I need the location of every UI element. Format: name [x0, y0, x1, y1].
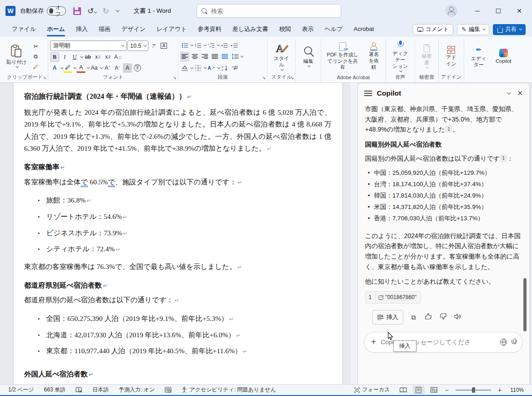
create-pdf-button[interactable]: PDF を作成し てリンクを共有	[323, 41, 362, 71]
editor-stats-icon[interactable]	[161, 387, 175, 393]
sensitivity-button[interactable]: 秘密 度	[419, 43, 435, 70]
styles-dialog-launcher[interactable]: ⇘	[290, 76, 294, 80]
word-logo-icon[interactable]: W	[5, 6, 15, 16]
bold-button[interactable]: B	[50, 52, 59, 62]
editing-mode-button[interactable]: ✎ 編集	[457, 24, 489, 35]
numbering-button[interactable]: 12	[193, 41, 203, 50]
copilot-button[interactable]: Copilot	[493, 48, 514, 66]
bullets-button[interactable]	[180, 41, 189, 50]
multilevel-list-button[interactable]: 1a	[207, 41, 216, 50]
copy-button[interactable]: ⧉	[31, 52, 41, 61]
decrease-indent-button[interactable]	[220, 41, 229, 50]
format-painter-button[interactable]: 🖉	[31, 62, 41, 71]
shading-button[interactable]	[180, 63, 189, 73]
shrink-font-button[interactable]: Aˇ	[113, 63, 122, 73]
voice-input-icon[interactable]	[512, 339, 516, 345]
line-spacing-button[interactable]	[230, 52, 239, 61]
zoom-out-button[interactable]: −	[444, 386, 450, 394]
tab-help[interactable]: ヘルプ	[319, 22, 348, 37]
menu-icon[interactable]	[364, 91, 372, 96]
tab-review[interactable]: 校閲	[274, 22, 296, 37]
clear-formatting-button[interactable]: A◇	[113, 52, 123, 62]
dictate-button[interactable]: ディクテー ション	[388, 40, 413, 73]
zoom-in-button[interactable]: +	[497, 386, 503, 394]
text-prediction-indicator[interactable]: 予測入力: オン	[115, 386, 158, 394]
read-mode-button[interactable]	[397, 386, 409, 395]
share-button[interactable]: 共有	[493, 24, 526, 35]
minimize-button[interactable]: ─	[468, 3, 486, 19]
web-layout-button[interactable]	[428, 386, 440, 395]
distribute-button[interactable]	[220, 52, 229, 61]
tab-view[interactable]: 表示	[296, 22, 319, 37]
font-size-select[interactable]: 10.5	[127, 41, 148, 51]
search-box[interactable]	[197, 4, 341, 18]
asian-layout-button[interactable]: A↗	[207, 63, 216, 73]
citation-marker[interactable]: 1	[500, 155, 507, 162]
cut-button[interactable]: ✂	[31, 41, 41, 51]
tab-design[interactable]: デザイン	[116, 22, 151, 37]
subscript-button[interactable]: x2	[93, 52, 102, 62]
text-effects-button[interactable]: A	[50, 63, 59, 73]
close-button[interactable]: ✕	[510, 3, 528, 19]
font-name-select[interactable]: 游明朝	[50, 41, 127, 51]
clipboard-dialog-launcher[interactable]: ⇘	[43, 76, 46, 80]
thumbs-down-icon[interactable]	[439, 312, 447, 323]
page-indicator[interactable]: 1/2 ページ	[5, 386, 38, 394]
copy-response-icon[interactable]: ⧉	[410, 312, 418, 323]
change-case-button[interactable]: Aa	[90, 63, 99, 73]
zoom-percentage[interactable]: 110%	[507, 387, 527, 393]
add-attachment-icon[interactable]: +	[371, 337, 376, 347]
align-center-button[interactable]	[190, 52, 199, 61]
redo-icon[interactable]: ↻	[102, 6, 109, 16]
justify-button[interactable]	[210, 52, 219, 61]
underline-button[interactable]: U	[70, 52, 79, 62]
character-shading-button[interactable]: A	[123, 63, 132, 73]
account-avatar[interactable]	[446, 5, 457, 17]
tab-references[interactable]: 参考資料	[193, 22, 227, 37]
align-left-button[interactable]	[180, 52, 189, 61]
grow-font-button[interactable]: Aˆ	[103, 63, 112, 73]
enclose-characters-button[interactable]: 字	[133, 63, 142, 73]
undo-icon[interactable]: ↺	[87, 6, 96, 16]
font-color-button[interactable]: A	[76, 63, 86, 73]
italic-button[interactable]: I	[60, 52, 69, 62]
word-count[interactable]: 663 単語	[41, 386, 69, 394]
autosave-control[interactable]: 自動保存 オフ	[20, 6, 66, 15]
web-search-icon[interactable]	[500, 339, 507, 345]
editor-button[interactable]: ✒ エディ ター	[468, 44, 489, 69]
font-dialog-launcher[interactable]: ⇘	[173, 76, 177, 80]
ruby-guide-button[interactable]: ア	[149, 41, 158, 51]
comments-button[interactable]: コメント	[413, 24, 453, 35]
maximize-button[interactable]: ☐	[489, 3, 507, 19]
document-page[interactable]: 宿泊旅行統計調査（2024 年・年間値（速報値））↵ 観光庁が発表した 2024…	[14, 83, 342, 384]
tab-draw[interactable]: 描画	[93, 22, 116, 37]
print-layout-button[interactable]	[413, 386, 425, 395]
tab-file[interactable]: ファイル	[6, 22, 41, 37]
show-paragraph-marks-button[interactable]	[230, 63, 239, 73]
focus-mode-button[interactable]: フォーカス	[350, 386, 394, 394]
close-pane-icon[interactable]: ✕	[517, 89, 523, 97]
zoom-slider[interactable]	[456, 390, 491, 391]
superscript-button[interactable]: x2	[103, 52, 112, 62]
tab-home[interactable]: ホーム	[41, 22, 71, 37]
insert-button[interactable]: 挿入	[372, 310, 403, 324]
paste-button[interactable]: 貼り付け	[4, 44, 30, 70]
editing-button[interactable]: 編集	[300, 45, 317, 69]
citation-marker[interactable]: 1	[446, 126, 452, 132]
character-border-button[interactable]: A	[159, 41, 168, 51]
addins-button[interactable]: アド イン	[443, 45, 459, 68]
save-icon[interactable]	[73, 7, 81, 15]
thumbs-up-icon[interactable]	[424, 312, 432, 323]
increase-indent-button[interactable]	[230, 41, 239, 50]
strikethrough-button[interactable]: ab	[83, 52, 92, 62]
search-input[interactable]	[211, 8, 311, 15]
sort-button[interactable]: AZ	[220, 63, 229, 73]
styles-button[interactable]: A スタイル	[269, 41, 294, 72]
accessibility-status[interactable]: アクセシビリティ: 問題ありません	[178, 386, 279, 394]
language-indicator[interactable]: 日本語	[89, 386, 112, 394]
paragraph-dialog-launcher[interactable]: ⇘	[262, 76, 266, 80]
document-scrollbar[interactable]	[350, 83, 357, 384]
copilot-scrollbar-thumb[interactable]	[523, 278, 527, 331]
collapse-pane-chevron-icon[interactable]	[507, 91, 511, 94]
align-right-button[interactable]	[200, 52, 209, 61]
